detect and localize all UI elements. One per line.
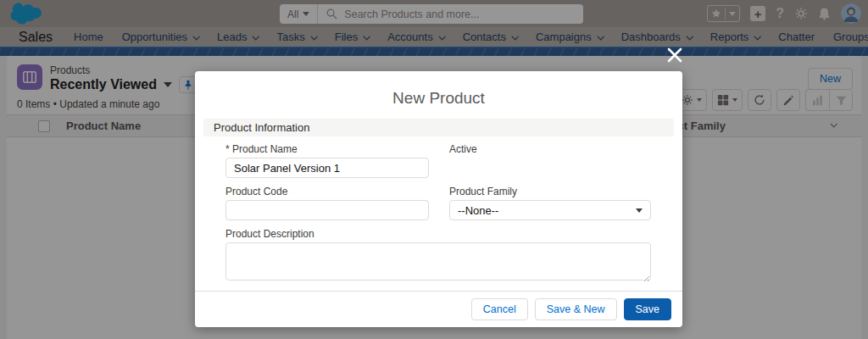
product-name-input[interactable] [225,158,429,178]
active-label: Active [449,143,651,155]
product-code-label: Product Code [225,186,429,197]
section-header: Product Information [203,119,674,136]
new-product-modal: New Product Product Information * Produc… [195,71,682,327]
salesforce-app: All + ? [0,0,868,339]
product-family-value: --None-- [458,204,498,217]
close-icon [667,47,682,63]
product-description-label: Product Description [225,228,651,240]
active-field: Active [449,143,651,178]
product-code-field: Product Code [225,186,429,220]
product-description-field: Product Description [225,228,651,284]
product-family-field: Product Family --None-- [449,186,651,220]
modal-close-button[interactable] [667,47,682,63]
product-family-select[interactable]: --None-- [449,200,651,220]
product-family-label: Product Family [449,186,651,197]
product-name-label: * Product Name [225,143,429,155]
caret-down-icon [636,208,643,213]
product-name-field: * Product Name [225,143,429,178]
product-form: * Product Name Active Product Code Produ… [195,136,682,292]
save-and-new-button[interactable]: Save & New [535,298,617,320]
product-description-textarea[interactable] [225,242,651,281]
required-asterisk: * [225,143,230,155]
product-code-input[interactable] [225,200,429,220]
save-button[interactable]: Save [624,298,672,320]
cancel-button[interactable]: Cancel [471,298,528,320]
modal-footer: Cancel Save & New Save [195,291,682,327]
modal-title: New Product [195,71,682,108]
